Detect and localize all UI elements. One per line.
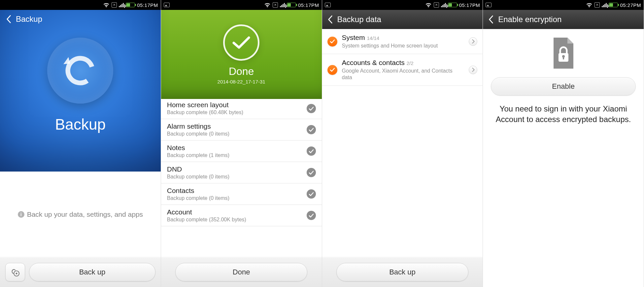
title-bar: Backup [0, 10, 161, 28]
check-icon [307, 104, 316, 113]
back-icon[interactable] [327, 15, 333, 24]
checkmark-circle-icon [223, 24, 259, 61]
hint-row: i Back up your data, settings, and apps [0, 172, 161, 257]
screen-backup-data: ✕ ✕ 05:17PM Backup data System14/14 Syst… [322, 0, 483, 287]
status-bar: ✕ ✕ 05:17PM [322, 0, 483, 10]
category-row-accounts[interactable]: Accounts & contacts2/2 Google Account, X… [322, 54, 483, 86]
enable-button[interactable]: Enable [491, 77, 636, 96]
backup-logo-icon [47, 38, 113, 104]
screen-backup-done: ✕ ✕ 05:17PM Done 2014-08-22_17-17-31 Hom… [161, 0, 322, 287]
chevron-right-icon[interactable] [469, 37, 477, 46]
back-icon[interactable] [6, 15, 11, 23]
check-icon [307, 125, 316, 134]
sim-icon: ✕ [112, 2, 117, 8]
backup-result-row: AccountBackup complete (352.00K bytes) [161, 205, 322, 226]
backup-result-row: DNDBackup complete (0 items) [161, 162, 322, 183]
back-icon[interactable] [488, 15, 493, 24]
page-title: Enable encryption [498, 15, 561, 24]
bottom-action-bar: Done [161, 257, 322, 287]
done-hero: Done 2014-08-22_17-17-31 [161, 10, 322, 99]
status-bar: ✕ ✕ 05:27PM [483, 0, 644, 10]
backup-button[interactable]: Back up [29, 263, 155, 281]
signal-icon: ✕ [280, 3, 285, 7]
result-title: Home screen layout [167, 101, 307, 109]
check-icon [307, 211, 316, 220]
wifi-icon [103, 2, 110, 8]
category-sub: Google Account, Xiaomi Account, and Cont… [342, 68, 464, 81]
status-clock: 05:17PM [459, 2, 480, 8]
info-icon: i [18, 211, 24, 218]
sim-icon: ✕ [434, 2, 439, 8]
page-title: Backup [16, 15, 42, 24]
status-clock: 05:27PM [620, 2, 641, 8]
category-title: Accounts & contacts [342, 59, 405, 66]
signal-icon: ✕ [441, 3, 446, 7]
svg-rect-5 [563, 56, 564, 59]
hint-text: Back up your data, settings, and apps [27, 210, 143, 218]
battery-icon [126, 3, 135, 7]
result-sub: Backup complete (60.48K bytes) [167, 110, 307, 115]
encryption-toggle-button[interactable] [5, 263, 25, 281]
backup-result-row: ContactsBackup complete (0 items) [161, 183, 322, 205]
status-bar: ✕ ✕ 05:17PM [0, 0, 161, 10]
category-count: 2/2 [407, 60, 414, 66]
backup-hero: Backup Backup [0, 10, 161, 172]
battery-icon [448, 3, 457, 7]
done-title: Done [229, 65, 254, 78]
signal-icon: ✕ [119, 3, 124, 7]
bottom-action-bar: Back up [322, 257, 483, 287]
backup-results-list: Home screen layout Backup complete (60.4… [161, 99, 322, 257]
check-icon [307, 168, 316, 177]
svg-point-2 [16, 273, 17, 274]
backup-result-row: NotesBackup complete (1 items) [161, 141, 322, 162]
battery-icon [609, 3, 618, 7]
unlock-icon [10, 268, 20, 277]
title-bar: Backup data [322, 10, 483, 29]
screen-backup-home: ✕ ✕ 05:17PM Backup Backup i Back up your… [0, 0, 161, 287]
done-button[interactable]: Done [175, 263, 307, 281]
wifi-icon [264, 2, 271, 8]
chevron-right-icon[interactable] [469, 66, 477, 74]
backup-result-row: Alarm settingsBackup complete (0 items) [161, 119, 322, 141]
status-clock: 05:17PM [298, 2, 319, 8]
page-title: Backup data [337, 15, 381, 24]
screenshot-icon [486, 3, 491, 7]
category-sub: System settings and Home screen layout [342, 43, 464, 49]
screenshot-icon [164, 3, 170, 7]
backup-button[interactable]: Back up [336, 263, 468, 281]
backup-result-row: Home screen layout Backup complete (60.4… [161, 99, 322, 119]
bottom-action-bar: Back up [0, 257, 161, 287]
signal-icon: ✕ [602, 3, 607, 7]
screenshot-icon [325, 3, 331, 7]
status-bar: ✕ ✕ 05:17PM [161, 0, 322, 10]
battery-icon [287, 3, 296, 7]
wifi-icon [586, 2, 593, 8]
sim-icon: ✕ [273, 2, 278, 8]
title-bar: Enable encryption [483, 10, 644, 29]
lock-file-icon [547, 35, 580, 73]
check-icon [307, 146, 316, 156]
encryption-message: You need to sign in with your Xiaomi Acc… [491, 104, 636, 125]
check-icon [307, 189, 316, 199]
category-count: 14/14 [367, 35, 380, 41]
done-timestamp: 2014-08-22_17-17-31 [218, 79, 265, 84]
status-clock: 05:17PM [137, 2, 158, 8]
sim-icon: ✕ [594, 2, 600, 8]
hero-label: Backup [55, 115, 106, 133]
selected-check-icon [327, 65, 337, 75]
selected-check-icon [327, 37, 337, 47]
wifi-icon [425, 2, 432, 8]
category-title: System [342, 34, 365, 41]
backup-categories-list: System14/14 System settings and Home scr… [322, 29, 483, 143]
screen-enable-encryption: ✕ ✕ 05:27PM Enable encryption Enable You… [483, 0, 644, 287]
category-row-system[interactable]: System14/14 System settings and Home scr… [322, 29, 483, 54]
